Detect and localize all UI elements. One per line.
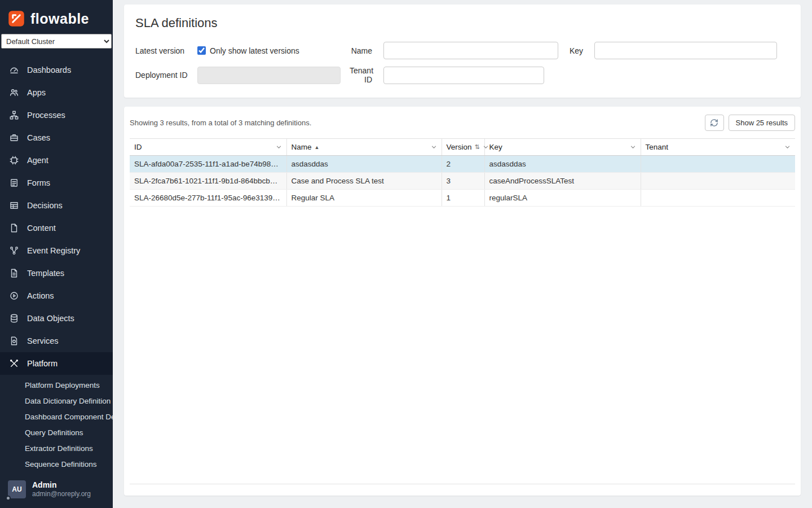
tenant-id-label: Tenant ID <box>350 66 383 84</box>
sidebar-item-event-registry[interactable]: Event Registry <box>0 239 113 262</box>
cell-key: asdasddas <box>484 156 641 173</box>
chip-icon <box>9 155 19 165</box>
latest-versions-checkbox-wrap[interactable]: Only show latest versions <box>197 46 350 55</box>
key-input[interactable] <box>594 42 777 59</box>
sidebar-item-label: Cases <box>27 133 50 142</box>
sidebar-item-label: Templates <box>27 269 64 278</box>
sidebar-item-templates[interactable]: Templates <box>0 262 113 284</box>
table-row[interactable]: SLA-2fca7b61-1021-11f1-9b1d-864bbcbdb...… <box>130 173 795 190</box>
column-header-key[interactable]: Key <box>484 139 641 156</box>
cell-id: SLA-26680d5e-277b-11f1-95ac-96e3139c1... <box>130 190 286 207</box>
name-label: Name <box>350 46 383 55</box>
cell-name: Case and Process SLA test <box>286 173 442 190</box>
refresh-button[interactable] <box>705 115 724 131</box>
name-input[interactable] <box>383 42 558 59</box>
sidebar-item-label: Dashboards <box>27 65 71 75</box>
sidebar-item-label: Data Objects <box>27 314 74 323</box>
deployment-id-label: Deployment ID <box>135 71 197 80</box>
cell-version: 2 <box>442 156 484 173</box>
sidebar-item-decisions[interactable]: Decisions <box>0 194 113 217</box>
sidebar-item-platform[interactable]: Platform <box>0 352 113 375</box>
sidebar-item-data-objects[interactable]: Data Objects <box>0 307 113 330</box>
filters-card: SLA definitions Latest version Only show… <box>124 5 801 98</box>
submenu-item-platform-deployments[interactable]: Platform Deployments <box>0 377 113 393</box>
table-row[interactable]: SLA-26680d5e-277b-11f1-95ac-96e3139c1...… <box>130 190 795 207</box>
sitemap-icon <box>9 110 19 120</box>
cell-id: SLA-afda00a7-2535-11f1-a1ad-be74b989e... <box>130 156 286 173</box>
cluster-select[interactable]: Default Cluster <box>1 34 112 49</box>
gauge-icon <box>9 65 19 75</box>
sidebar-item-label: Forms <box>27 178 50 187</box>
column-header-version[interactable]: Version⇅ <box>442 139 484 156</box>
cell-tenant <box>641 156 795 173</box>
submenu-item-query-definitions[interactable]: Query Definitions <box>0 424 113 440</box>
sidebar-item-agent[interactable]: Agent <box>0 149 113 172</box>
flowable-logo: flowable <box>0 0 113 34</box>
submenu-item-data-dictionary-definition[interactable]: Data Dictionary Definition <box>0 393 113 409</box>
sidebar: flowable Default Cluster DashboardsAppsP… <box>0 0 113 508</box>
cell-tenant <box>641 190 795 207</box>
sidebar-item-dashboards[interactable]: Dashboards <box>0 59 113 81</box>
chevron-down-icon[interactable] <box>483 144 489 150</box>
sidebar-item-forms[interactable]: Forms <box>0 172 113 194</box>
platform-submenu: Platform DeploymentsData Dictionary Defi… <box>0 375 113 472</box>
deployment-id-input <box>197 67 341 84</box>
sidebar-item-label: Services <box>27 336 59 345</box>
column-header-tenant[interactable]: Tenant <box>641 139 795 156</box>
briefcase-icon <box>9 133 19 143</box>
database-icon <box>9 313 19 323</box>
sidebar-item-content[interactable]: Content <box>0 217 113 239</box>
sidebar-item-label: Agent <box>27 156 48 165</box>
refresh-icon <box>710 119 718 127</box>
sidebar-item-label: Content <box>27 224 56 233</box>
sidebar-item-label: Processes <box>27 111 65 120</box>
sidebar-item-label: Apps <box>27 88 46 97</box>
column-header-id[interactable]: ID <box>130 139 286 156</box>
cell-key: regularSLA <box>484 190 641 207</box>
sort-icon: ⇅ <box>475 143 480 151</box>
sidebar-item-cases[interactable]: Cases <box>0 126 113 149</box>
sidebar-item-apps[interactable]: Apps <box>0 81 113 104</box>
cell-tenant <box>641 173 795 190</box>
chevron-down-icon[interactable] <box>276 144 282 150</box>
submenu-item-dashboard-component-de[interactable]: Dashboard Component De <box>0 409 113 424</box>
submenu-item-sequence-definitions[interactable]: Sequence Definitions <box>0 456 113 472</box>
submenu-item-extractor-definitions[interactable]: Extractor Definitions <box>0 440 113 456</box>
results-bar: Showing 3 results, from a total of 3 mat… <box>130 115 795 131</box>
sidebar-item-processes[interactable]: Processes <box>0 104 113 126</box>
cell-version: 3 <box>442 173 484 190</box>
sidebar-item-services[interactable]: Services <box>0 330 113 352</box>
template-icon <box>9 268 19 278</box>
sidebar-nav: DashboardsAppsProcessesCasesAgentFormsDe… <box>0 53 113 375</box>
cell-key: caseAndProcessSLATest <box>484 173 641 190</box>
tools-icon <box>9 358 19 369</box>
results-summary: Showing 3 results, from a total of 3 mat… <box>130 119 311 127</box>
sidebar-item-label: Actions <box>27 291 54 300</box>
user-footer[interactable]: AU Admin admin@noreply.org <box>0 473 113 508</box>
table-header-row: IDName▲Version⇅KeyTenant <box>130 139 795 156</box>
column-header-name[interactable]: Name▲ <box>286 139 442 156</box>
main-content: SLA definitions Latest version Only show… <box>113 0 812 508</box>
tenant-id-input[interactable] <box>383 67 544 84</box>
results-table: IDName▲Version⇅KeyTenant SLA-afda00a7-25… <box>130 138 795 207</box>
logo-wordmark: flowable <box>30 11 89 27</box>
table-wrap: IDName▲Version⇅KeyTenant SLA-afda00a7-25… <box>130 138 795 484</box>
filter-grid: Latest version Only show latest versions… <box>135 42 789 84</box>
sort-ascending-icon: ▲ <box>315 144 320 150</box>
status-dot-icon <box>6 496 11 501</box>
chevron-down-icon[interactable] <box>630 144 636 150</box>
sidebar-item-label: Event Registry <box>27 246 80 255</box>
user-name: Admin <box>32 480 91 490</box>
avatar: AU <box>8 480 26 498</box>
latest-versions-checkbox[interactable] <box>197 46 206 55</box>
users-icon <box>9 87 19 98</box>
action-icon <box>9 291 19 301</box>
sidebar-item-actions[interactable]: Actions <box>0 284 113 307</box>
table-icon <box>9 200 19 211</box>
sidebar-item-label: Platform <box>27 359 58 368</box>
cell-id: SLA-2fca7b61-1021-11f1-9b1d-864bbcbdb... <box>130 173 286 190</box>
show-results-button[interactable]: Show 25 results <box>729 115 796 131</box>
table-row[interactable]: SLA-afda00a7-2535-11f1-a1ad-be74b989e...… <box>130 156 795 173</box>
chevron-down-icon[interactable] <box>784 144 791 150</box>
chevron-down-icon[interactable] <box>431 144 437 150</box>
